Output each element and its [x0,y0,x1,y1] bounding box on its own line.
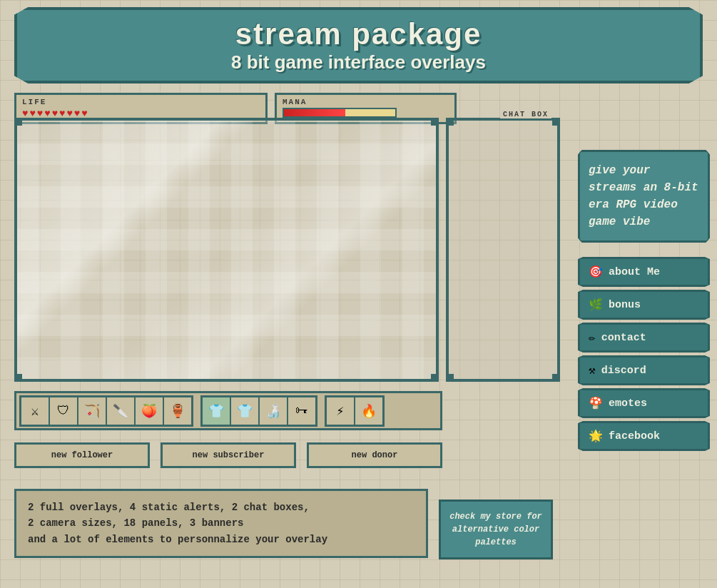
sidebar-btn-facebook[interactable]: 🌟 facebook [578,421,710,451]
alert-row: new follower new subscriber new donor [14,442,442,468]
inv-slot-2[interactable]: 🛡 [49,397,78,425]
header-title: stream package [31,17,686,51]
main-overlay-shine [17,121,436,379]
life-label: LIFE [22,98,260,106]
header-subtitle: 8 bit game interface overlays [31,51,686,74]
desc-line1: 2 full overlays, 4 static alerts, 2 chat… [28,502,310,513]
description-box: 2 full overlays, 4 static alerts, 2 chat… [14,489,428,558]
header-banner: stream package 8 bit game interface over… [14,7,703,83]
sidebar: give your streams an 8-bit era RPG video… [578,150,710,451]
sidebar-btn-contact[interactable]: ✏️ contact [578,323,710,353]
store-check-text: check my store for alternative color pal… [449,510,542,549]
mana-label: MANA [283,98,449,106]
chat-box-label: CHAT BOX [500,111,551,118]
inv-group-2: 👕 👕 🍶 🗝 [200,395,317,427]
inv-slot-9[interactable]: 🍶 [259,397,288,425]
store-check-box: check my store for alternative color pal… [439,500,553,559]
inv-slot-11[interactable]: ⚡ [326,397,355,425]
sidebar-btn-bonus[interactable]: 🌿 bonus [578,290,710,320]
sidebar-description-box: give your streams an 8-bit era RPG video… [578,150,710,243]
bonus-label: bonus [609,299,641,311]
inv-slot-10[interactable]: 🗝 [288,397,316,425]
facebook-label: facebook [609,430,660,442]
sidebar-btn-about-me[interactable]: 🎯 about Me [578,257,710,287]
chat-box: CHAT BOX [446,118,560,382]
inv-slot-8[interactable]: 👕 [230,397,259,425]
inv-slot-3[interactable]: 🏹 [78,397,106,425]
inv-slot-1[interactable]: ⚔ [21,397,49,425]
new-donor-button[interactable]: new donor [307,442,442,468]
emotes-label: emotes [609,397,647,410]
inv-slot-4[interactable]: 🔪 [106,397,135,425]
desc-line3: and a lot of elements to personnalize yo… [28,534,327,545]
facebook-icon: 🌟 [589,429,603,443]
new-subscriber-button[interactable]: new subscriber [161,442,296,468]
bonus-icon: 🌿 [589,298,603,312]
description-text: 2 full overlays, 4 static alerts, 2 chat… [28,500,415,547]
sidebar-btn-emotes[interactable]: 🍄 emotes [578,388,710,418]
inv-slot-12[interactable]: 🔥 [355,397,383,425]
main-overlay [14,118,439,382]
inv-slot-7[interactable]: 👕 [202,397,230,425]
about-me-icon: 🎯 [589,265,603,279]
emotes-icon: 🍄 [589,396,603,410]
new-follower-button[interactable]: new follower [14,442,150,468]
discord-icon: ⚒ [589,363,596,377]
about-me-label: about Me [609,266,660,278]
desc-line2: 2 camera sizes, 18 panels, 3 banners [28,517,243,529]
inv-group-3: ⚡ 🔥 [325,395,385,427]
sidebar-description-text: give your streams an 8-bit era RPG video… [589,162,699,230]
contact-label: contact [601,332,646,344]
mana-bar-fill [284,109,345,116]
inv-slot-5[interactable]: 🍑 [135,397,163,425]
discord-label: discord [601,365,646,377]
inv-group-1: ⚔ 🛡 🏹 🔪 🍑 🏺 [19,395,193,427]
sidebar-btn-discord[interactable]: ⚒ discord [578,355,710,385]
mana-bar-track [283,108,397,118]
contact-icon: ✏️ [589,330,596,345]
inv-slot-6[interactable]: 🏺 [163,397,192,425]
inventory-bar: ⚔ 🛡 🏹 🔪 🍑 🏺 👕 👕 🍶 🗝 ⚡ 🔥 [14,391,442,430]
